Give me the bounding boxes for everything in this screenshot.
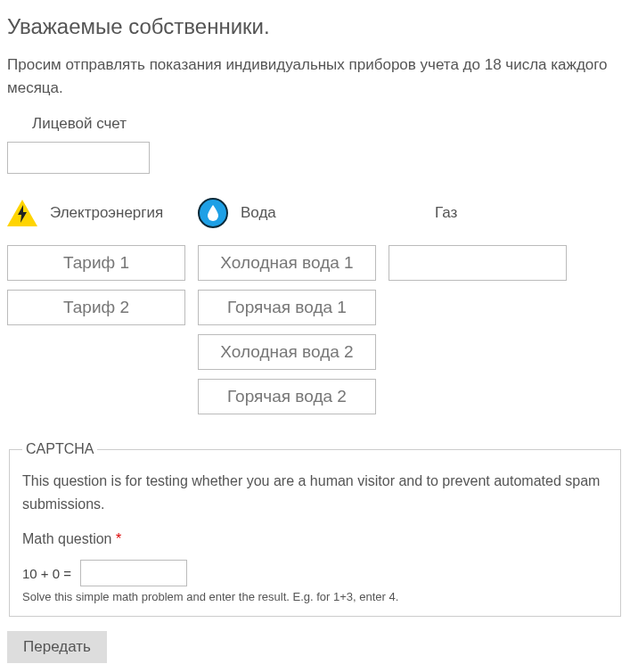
intro-text: Просим отправлять показания индивидуальн…	[7, 53, 623, 99]
account-label: Лицевой счет	[32, 115, 623, 133]
required-mark: *	[116, 531, 121, 546]
hot-water-2-input[interactable]	[198, 379, 376, 414]
column-electricity: Электроэнергия	[7, 195, 185, 423]
math-question-text: 10 + 0 =	[22, 566, 71, 581]
gas-input[interactable]	[389, 245, 567, 281]
column-water: Вода	[198, 195, 376, 423]
math-question-label: Math question	[22, 531, 112, 546]
column-gas: Газ	[389, 195, 567, 423]
captcha-description: This question is for testing whether you…	[22, 470, 608, 515]
electricity-label: Электроэнергия	[50, 204, 163, 222]
math-answer-input[interactable]	[80, 560, 187, 586]
water-label: Вода	[241, 204, 276, 222]
page-title: Уважаемые собственники.	[7, 14, 623, 39]
account-input[interactable]	[7, 142, 150, 174]
tariff-1-input[interactable]	[7, 245, 185, 281]
hot-water-1-input[interactable]	[198, 290, 376, 325]
cold-water-1-input[interactable]	[198, 245, 376, 281]
captcha-hint: Solve this simple math problem and enter…	[22, 590, 608, 603]
submit-button[interactable]: Передать	[7, 631, 107, 663]
cold-water-2-input[interactable]	[198, 334, 376, 370]
gas-label: Газ	[435, 204, 457, 222]
electricity-icon	[7, 200, 37, 226]
water-icon	[198, 198, 228, 228]
tariff-2-input[interactable]	[7, 290, 185, 325]
captcha-fieldset: CAPTCHA This question is for testing whe…	[9, 441, 621, 617]
captcha-legend: CAPTCHA	[22, 441, 97, 457]
